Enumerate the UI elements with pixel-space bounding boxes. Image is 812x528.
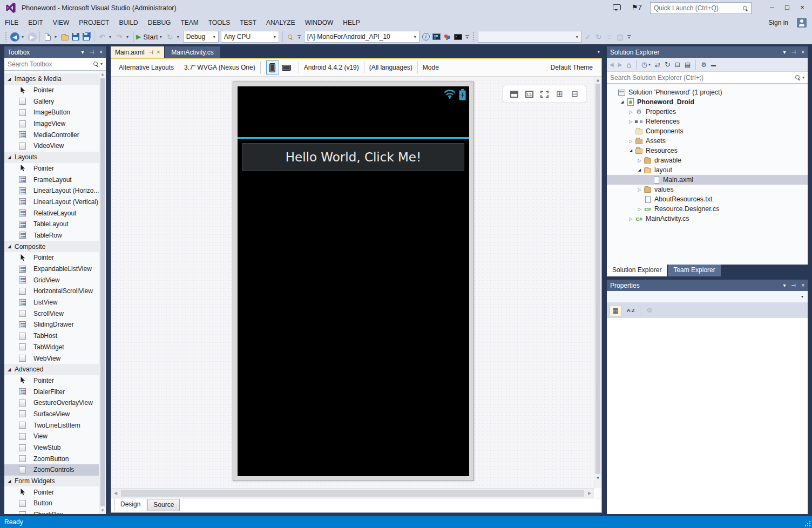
toolbox-section-advanced[interactable]: ◢Advanced [4,364,106,375]
new-project-dropdown[interactable]: ▾ [53,35,58,39]
tab-solution-explorer[interactable]: Solution Explorer [607,265,667,276]
toolbox-scrollbar[interactable]: ▲▼ [99,71,106,514]
hello-world-button[interactable]: Hello World, Click Me! [242,143,464,171]
refresh-disabled-button[interactable]: ↻ [593,30,604,43]
tab-main-axml[interactable]: Main.axml ⊤ × [111,46,164,58]
toolbox-section-composite[interactable]: ◢Composite [4,241,106,252]
scrollbar-thumb[interactable] [100,78,105,506]
panel-menu-icon[interactable]: ▾ [783,49,786,55]
menu-debug[interactable]: DEBUG [143,16,176,29]
toolbox-section-form-widgets[interactable]: ◢Form Widgets [4,476,106,487]
tree-item-layout[interactable]: ◢layout [607,165,808,175]
menu-view[interactable]: VIEW [48,16,75,29]
toolbox-item-tabwidget[interactable]: TabWidget [4,342,106,353]
landscape-orientation-button[interactable] [280,60,293,75]
tree-item-main-axml[interactable]: Main.axml [607,175,808,185]
validate-button[interactable]: ✓ [583,30,593,43]
toolbox-item-surfaceview[interactable]: SurfaceView [4,409,106,420]
toolbox-item-imagebutton[interactable]: ImageButton [4,107,106,118]
toolbox-item-viewstub[interactable]: ViewStub [4,442,106,453]
solution-platform-select[interactable]: Any CPU▾ [221,31,279,43]
tree-item-resource-designer-cs[interactable]: ▷C#Resource.Designer.cs [607,204,808,214]
tree-item-aboutresources-txt[interactable]: AboutResources.txt [607,194,808,204]
tree-item-assets[interactable]: ▷Assets [607,136,808,146]
toolbox-item-imageview[interactable]: ImageView [4,118,106,130]
menu-project[interactable]: PROJECT [74,16,114,29]
properties-header[interactable]: Properties ▾ ⊤ × [607,280,808,291]
portrait-orientation-button[interactable] [266,60,279,75]
toolbox-item-pointer[interactable]: Pointer [4,163,106,174]
save-button[interactable] [70,30,81,43]
panel-menu-icon[interactable]: ▾ [783,282,786,288]
start-dropdown[interactable]: ▾ [158,35,164,39]
toolbox-item-dialerfilter[interactable]: DialerFilter [4,386,106,397]
tab-mainactivity-cs[interactable]: MainActivity.cs [165,46,220,58]
toolbox-item-zoombutton[interactable]: ZoomButton [4,453,106,464]
tree-item-phoneword-droid[interactable]: ◢Phoneword_Droid [607,97,808,107]
scrollbar-thumb[interactable] [596,84,600,474]
menu-test[interactable]: TEST [235,16,261,29]
layout-split-icon[interactable] [509,90,519,98]
zoom-in-icon[interactable]: ⊞ [555,90,565,98]
toolbox-pin-icon[interactable]: ⊤ [89,50,94,55]
toolbox-item-videoview[interactable]: VideoView [4,140,106,152]
toolbar-grip[interactable] [5,32,8,42]
menu-file[interactable]: FILE [0,16,23,29]
menu-edit[interactable]: EDIT [23,16,48,29]
forward-icon[interactable]: ▶ [618,62,622,67]
quick-launch-input[interactable]: Quick Launch (Ctrl+Q) [650,2,752,14]
maximize-button[interactable]: □ [780,1,795,14]
toolbox-item-gallery[interactable]: Gallery [4,96,106,107]
search-icon[interactable] [743,6,748,11]
toolbox-item-horizontalscrollview[interactable]: HorizontalScrollView [4,286,106,297]
document-well-dropdown-icon[interactable]: ▾ [597,49,600,55]
toolbar-overflow[interactable]: ▾ [297,35,301,39]
tree-item-references[interactable]: ▷References [607,117,808,126]
toolbox-item-framelayout[interactable]: FrameLayout [4,174,106,185]
back-icon[interactable]: ◀ [610,62,614,67]
preview-selected-icon[interactable]: ▬ [711,62,716,67]
back-dropdown[interactable]: ▾ [20,35,25,39]
toolbox-search-input[interactable]: Search Toolbox ▾ [4,58,106,71]
menu-build[interactable]: BUILD [114,16,143,29]
toolbox-item-zoomcontrols[interactable]: ZoomControls [4,464,106,476]
new-project-button[interactable] [42,30,53,43]
expand-arrow-icon[interactable]: ▷ [627,110,634,114]
scrollbar-thumb[interactable] [121,490,584,497]
android-version-select[interactable]: Android 4.4.2 (v19) [304,64,359,71]
search-icon[interactable] [93,62,98,66]
undo-dropdown[interactable]: ▾ [107,35,113,39]
properties-object-select[interactable]: ▾ [607,291,808,303]
toolbox-item-pointer[interactable]: Pointer [4,375,106,387]
alternative-layouts-button[interactable]: Alternative Layouts [119,64,174,71]
collapse-arrow-icon[interactable]: ◢ [619,100,626,104]
property-pages-wrench-icon[interactable]: ⚙ [644,305,655,316]
collapse-all-icon[interactable]: ⊟ [675,61,680,69]
device-info-button[interactable]: i [421,30,431,43]
panel-close-icon[interactable]: × [801,49,804,55]
empty-combo[interactable]: ▾ [478,31,581,43]
list-disabled-button[interactable]: ≡ [604,30,615,43]
tree-item-solution-phoneword-1-project[interactable]: Solution 'Phoneword' (1 project) [607,87,808,97]
feedback-icon[interactable] [613,4,621,10]
undo-button[interactable]: ↶ [97,30,107,43]
expand-arrow-icon[interactable]: ▷ [636,158,643,163]
mode-select[interactable]: Mode [423,64,439,71]
toolbox-section-images-media[interactable]: ◢Images & Media [4,73,106,85]
solution-explorer-header[interactable]: Solution Explorer ▾ ⊤ × [607,46,808,58]
show-all-files-icon[interactable]: ▤ [685,61,691,69]
expand-arrow-icon[interactable]: ▷ [636,207,643,212]
solution-explorer-search-input[interactable]: Search Solution Explorer (Ctrl+;) ▾ [607,72,808,84]
toolbox-item-pointer[interactable]: Pointer [4,85,106,96]
tree-item-mainactivity-cs[interactable]: ▷C#MainActivity.cs [607,214,808,224]
filter-dropdown[interactable]: ▾ [648,63,651,67]
menu-analyze[interactable]: ANALYZE [261,16,300,29]
properties-wrench-icon[interactable]: ⚙ [701,61,707,69]
theme-select[interactable]: Default Theme [551,64,593,71]
designer-horizontal-scrollbar[interactable]: ◀▶ [111,488,594,498]
design-surface[interactable]: Hello World, Click Me! 1:1 ⊞ ⊟ [111,77,601,488]
restart-button[interactable]: ↻ [165,30,175,43]
toolbox-item-gestureoverlayview[interactable]: GestureOverlayView [4,397,106,409]
zoom-out-icon[interactable]: ⊟ [570,90,580,98]
refresh-icon[interactable]: ↻ [665,60,671,69]
